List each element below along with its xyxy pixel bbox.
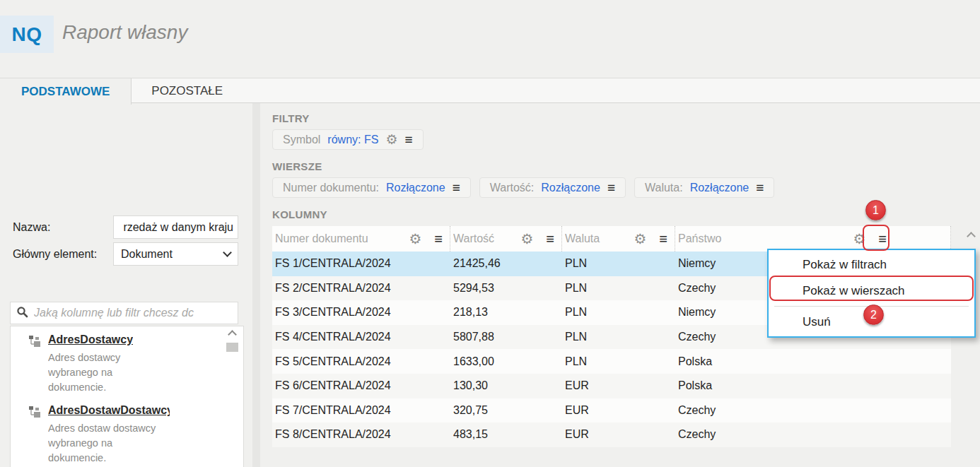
rows-chip-row: Numer dokumentu: Rozłączone ≡ Wartość: R… [272, 177, 980, 198]
scrollbar-thumb[interactable] [226, 343, 238, 352]
menu-icon[interactable]: ≡ [607, 181, 615, 194]
search-icon [16, 306, 28, 321]
column-link[interactable]: AdresDostawcy [48, 333, 133, 346]
name-label: Nazwa: [13, 221, 50, 234]
table-row[interactable]: FS 7/CENTRALA/2024 320,75 EUR Czechy [272, 398, 951, 423]
header: NQ Raport własny [0, 0, 980, 78]
hierarchy-icon [29, 336, 41, 395]
scroll-up-icon[interactable] [228, 330, 237, 339]
annotation-highlight-menu-item [769, 276, 974, 301]
gear-icon[interactable]: ⚙ [385, 133, 397, 146]
app-window: NQ Raport własny PODSTAWOWE POZOSTAŁE Na… [0, 0, 980, 467]
tab-bar: PODSTAWOWE POZOSTAŁE [0, 78, 980, 103]
available-columns-list: AdresDostawcy Adres dostawcy wybranego n… [10, 326, 244, 467]
app-logo: NQ [0, 16, 54, 53]
chip-value[interactable]: Rozłączone [541, 182, 600, 194]
menu-item-pokaz-w-filtrach[interactable]: Pokaż w filtrach [769, 252, 974, 278]
list-scrollbar[interactable] [225, 327, 242, 467]
chevron-down-icon [223, 248, 232, 257]
tab-podstawowe[interactable]: PODSTAWOWE [0, 78, 132, 105]
chip-value[interactable]: Rozłączone [690, 182, 749, 194]
column-header-waluta[interactable]: Waluta ⚙ ≡ [562, 226, 675, 252]
main-element-label: Główny element: [13, 248, 97, 261]
filter-chip-symbol[interactable]: Symbol równy: FS ⚙ ≡ [272, 129, 424, 150]
chip-value[interactable]: równy: FS [327, 134, 378, 146]
annotation-step-2: 2 [863, 305, 884, 325]
column-header-numer-dokumentu[interactable]: Numer dokumentu ⚙ ≡ [272, 226, 450, 252]
chip-label: Numer dokumentu: [283, 182, 379, 194]
chip-label: Waluta: [645, 182, 683, 194]
table-row[interactable]: FS 5/CENTRALA/2024 1633,00 PLN Polska [272, 349, 951, 374]
filters-heading: FILTRY [272, 112, 980, 124]
column-header-wartosc[interactable]: Wartość ⚙ ≡ [450, 226, 562, 252]
row-chip-waluta[interactable]: Waluta: Rozłączone ≡ [634, 177, 774, 198]
grid-header: Numer dokumentu ⚙ ≡ Wartość ⚙ ≡ Waluta ⚙… [272, 226, 951, 252]
rows-heading: WIERSZE [272, 160, 980, 172]
column-description: Adres dostaw dostawcy wybranego na dokum… [48, 421, 163, 466]
column-header-panstwo[interactable]: Państwo ⚙ ≡ [675, 226, 951, 252]
menu-icon[interactable]: ≡ [659, 232, 667, 246]
row-chip-wartosc[interactable]: Wartość: Rozłączone ≡ [479, 177, 626, 198]
table-row[interactable]: FS 6/CENTRALA/2024 130,30 EUR Polska [272, 374, 951, 398]
column-description: Adres dostawcy wybranego na dokumencie. [48, 350, 163, 395]
chip-label: Symbol [283, 134, 320, 146]
annotation-step-1: 1 [865, 200, 886, 220]
panel-splitter[interactable] [252, 103, 260, 467]
gear-icon[interactable]: ⚙ [634, 232, 646, 246]
grid-scroll-up-icon[interactable] [967, 232, 976, 241]
menu-icon[interactable]: ≡ [453, 181, 460, 194]
annotation-highlight-hamburger [863, 225, 889, 251]
menu-icon[interactable]: ≡ [756, 181, 764, 194]
menu-icon[interactable]: ≡ [434, 232, 443, 246]
column-link[interactable]: AdresDostawDostawcy [48, 404, 170, 417]
column-search [10, 302, 238, 324]
tab-pozostale[interactable]: POZOSTAŁE [132, 78, 243, 104]
main-element-select[interactable]: Dokument [113, 242, 238, 266]
table-row[interactable]: FS 8/CENTRALA/2024 483,15 EUR Czechy [272, 422, 951, 447]
list-item[interactable]: AdresDostawcy Adres dostawcy wybranego n… [29, 333, 243, 395]
chip-value[interactable]: Rozłączone [386, 182, 445, 194]
list-item[interactable]: AdresDostawDostawcy Adres dostaw dostawc… [29, 404, 243, 466]
gear-icon[interactable]: ⚙ [409, 232, 421, 246]
left-panel: Nazwa: Główny element: Dokument AdresDos… [0, 103, 252, 467]
menu-icon[interactable]: ≡ [404, 133, 412, 146]
name-input[interactable] [113, 215, 238, 239]
page-title: Raport własny [62, 21, 187, 44]
search-input[interactable] [34, 307, 232, 319]
gear-icon[interactable]: ⚙ [520, 232, 533, 246]
app-logo-text: NQ [12, 23, 42, 46]
filters-chip-row: Symbol równy: FS ⚙ ≡ [272, 129, 980, 150]
hierarchy-icon [29, 406, 41, 466]
chip-label: Wartość: [490, 182, 535, 194]
row-chip-numer-dokumentu[interactable]: Numer dokumentu: Rozłączone ≡ [272, 177, 471, 198]
menu-icon[interactable]: ≡ [546, 232, 554, 246]
main-element-value: Dokument [121, 248, 224, 261]
